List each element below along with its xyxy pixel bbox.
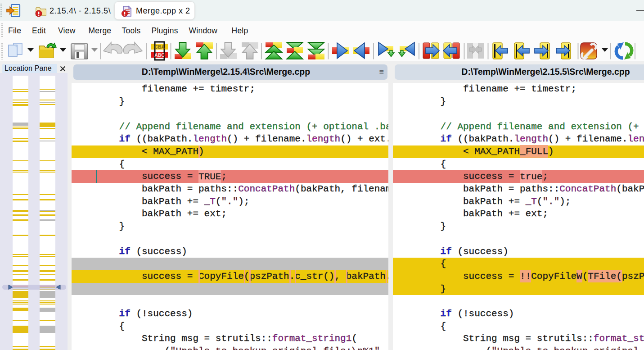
svg-text:ABC: ABC bbox=[154, 52, 165, 58]
svg-text:CBA: CBA bbox=[154, 44, 165, 50]
